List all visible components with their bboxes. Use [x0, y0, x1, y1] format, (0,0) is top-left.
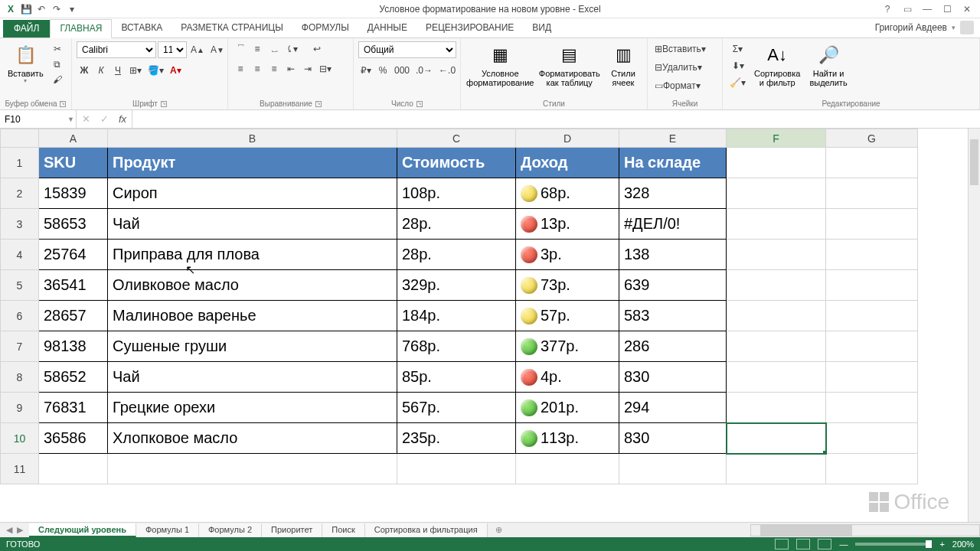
cell[interactable]: 328 — [619, 178, 727, 209]
border-icon[interactable]: ⊞▾ — [127, 63, 144, 78]
tab-данные[interactable]: ДАННЫЕ — [358, 19, 416, 37]
zoom-level[interactable]: 200% — [952, 540, 974, 549]
formula-input[interactable] — [132, 110, 980, 128]
autosum-icon[interactable]: Σ▾ — [727, 41, 748, 57]
number-format-select[interactable]: Общий — [358, 41, 456, 58]
cell[interactable]: Сушеные груши — [108, 331, 397, 362]
sheet-tab[interactable]: Формулы 1 — [136, 523, 199, 537]
cell[interactable]: 768р. — [397, 331, 516, 362]
cell[interactable]: 58652 — [39, 362, 108, 393]
fx-icon[interactable]: fx — [113, 113, 132, 125]
find-select-button[interactable]: 🔎Найти и выделить — [806, 41, 850, 89]
cell[interactable]: Оливковое масло — [108, 270, 397, 301]
cell[interactable]: 3р. — [516, 240, 619, 270]
dialog-launcher-icon[interactable] — [161, 101, 167, 107]
fill-icon[interactable]: ⬇▾ — [727, 58, 748, 73]
tab-формулы[interactable]: ФОРМУЛЫ — [292, 19, 358, 37]
merge-icon[interactable]: ⊟▾ — [317, 61, 334, 77]
cell[interactable]: 73р. — [516, 270, 619, 301]
table-header-cell[interactable]: Доход — [516, 148, 619, 178]
cell[interactable]: 830 — [619, 362, 727, 393]
cell[interactable]: 4р. — [516, 362, 619, 393]
cell[interactable] — [727, 270, 826, 301]
increase-indent-icon[interactable]: ⇥ — [300, 61, 315, 77]
tab-вид[interactable]: ВИД — [523, 19, 560, 37]
paste-button[interactable]: 📋 Вставить ▾ — [5, 41, 47, 86]
dialog-launcher-icon[interactable] — [315, 101, 322, 107]
align-top-icon[interactable]: ⎴ — [233, 41, 248, 57]
cell[interactable]: Сироп — [108, 178, 397, 209]
align-middle-icon[interactable]: ≡ — [250, 41, 265, 57]
cell[interactable]: 108р. — [397, 178, 516, 209]
cell[interactable]: Малиновое варенье — [108, 301, 397, 331]
fill-color-icon[interactable]: 🪣▾ — [145, 63, 166, 78]
tab-file[interactable]: ФАЙЛ — [3, 20, 50, 37]
cell[interactable]: 36541 — [39, 270, 108, 301]
cell[interactable]: 567р. — [397, 393, 516, 423]
sort-filter-button[interactable]: A↓Сортировка и фильтр — [751, 41, 803, 89]
col-header[interactable]: G — [826, 129, 918, 148]
cell-styles-button[interactable]: ▥Стили ячеек — [604, 41, 642, 89]
sheet-tab[interactable]: Сортировка и фильтрация — [365, 523, 488, 537]
increase-font-icon[interactable]: A▲ — [188, 42, 207, 57]
cell[interactable]: 36586 — [39, 423, 108, 454]
percent-icon[interactable]: % — [375, 63, 390, 78]
close-icon[interactable]: ✕ — [960, 4, 974, 15]
sheet-tab[interactable]: Следующий уровень — [29, 523, 136, 537]
cell[interactable]: 377р. — [516, 331, 619, 362]
cell[interactable]: 15839 — [39, 178, 108, 209]
col-header[interactable]: E — [619, 129, 727, 148]
cell[interactable]: Хлопковое масло — [108, 423, 397, 454]
spreadsheet-grid[interactable]: ABCDEFG1SKUПродуктСтоимостьДоходНа склад… — [0, 129, 980, 522]
cell[interactable] — [727, 209, 826, 240]
view-pagebreak-icon[interactable] — [818, 539, 831, 549]
format-painter-icon[interactable]: 🖌 — [50, 72, 65, 87]
col-header[interactable]: A — [39, 129, 108, 148]
increase-decimal-icon[interactable]: .0→ — [413, 63, 435, 78]
cell[interactable] — [826, 362, 918, 393]
view-normal-icon[interactable] — [775, 539, 789, 549]
cell[interactable]: Приправа для плова — [108, 240, 397, 270]
cell[interactable] — [727, 240, 826, 270]
cell[interactable] — [826, 178, 918, 209]
save-icon[interactable]: 💾 — [20, 3, 32, 15]
row-header[interactable]: 9 — [1, 393, 39, 423]
cell[interactable]: 98138 — [39, 331, 108, 362]
align-bottom-icon[interactable]: ⎵ — [266, 41, 282, 57]
row-header[interactable]: 1 — [1, 148, 39, 178]
cell[interactable] — [727, 393, 826, 423]
decrease-decimal-icon[interactable]: ←.0 — [436, 63, 458, 78]
cell[interactable]: 294 — [619, 393, 727, 423]
sheet-nav-prev-icon[interactable]: ◀ — [5, 525, 14, 535]
cell[interactable]: 58653 — [39, 209, 108, 240]
conditional-formatting-button[interactable]: ▦Условное форматирование — [466, 41, 534, 89]
cell[interactable] — [727, 423, 826, 454]
cell[interactable]: 329р. — [397, 270, 516, 301]
cut-icon[interactable]: ✂ — [50, 41, 65, 57]
cell[interactable]: 583 — [619, 301, 727, 331]
insert-cells-button[interactable]: ⊞ Вставить ▾ — [652, 41, 708, 57]
orientation-icon[interactable]: ⤹▾ — [283, 41, 300, 57]
cell[interactable]: 13р. — [516, 209, 619, 240]
underline-button[interactable]: Ч — [110, 63, 126, 78]
cell[interactable]: 138 — [619, 240, 727, 270]
align-right-icon[interactable]: ≡ — [266, 61, 282, 77]
row-header[interactable]: 6 — [1, 301, 39, 331]
enter-formula-icon[interactable]: ✓ — [95, 113, 113, 125]
decrease-font-icon[interactable]: A▼ — [208, 42, 227, 57]
cell[interactable]: 235р. — [397, 423, 516, 454]
sheet-tab[interactable]: Формулы 2 — [199, 523, 262, 537]
cell[interactable] — [727, 178, 826, 209]
align-center-icon[interactable]: ≡ — [250, 61, 265, 77]
redo-icon[interactable]: ↷ — [51, 3, 63, 15]
cell[interactable]: 76831 — [39, 393, 108, 423]
decrease-indent-icon[interactable]: ⇤ — [283, 61, 299, 77]
sheet-nav-next-icon[interactable]: ▶ — [15, 525, 24, 535]
cell[interactable] — [826, 301, 918, 331]
cell[interactable]: 68р. — [516, 178, 619, 209]
tab-разметка страницы[interactable]: РАЗМЕТКА СТРАНИЦЫ — [172, 19, 292, 37]
view-layout-icon[interactable] — [796, 539, 810, 549]
col-header[interactable]: F — [727, 129, 826, 148]
tab-рецензирование[interactable]: РЕЦЕНЗИРОВАНИЕ — [416, 19, 523, 37]
font-color-icon[interactable]: А▾ — [168, 63, 184, 78]
